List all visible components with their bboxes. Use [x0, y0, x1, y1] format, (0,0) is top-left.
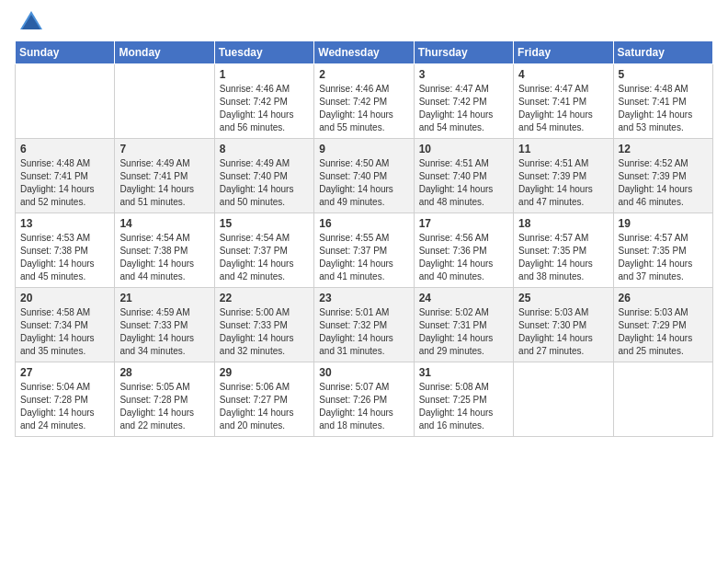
day-info: Sunrise: 5:06 AM Sunset: 7:27 PM Dayligh… [220, 381, 309, 432]
table-row: 30Sunrise: 5:07 AM Sunset: 7:26 PM Dayli… [314, 362, 414, 437]
table-row: 17Sunrise: 4:56 AM Sunset: 7:36 PM Dayli… [414, 213, 513, 288]
calendar-week-row: 13Sunrise: 4:53 AM Sunset: 7:38 PM Dayli… [16, 213, 713, 288]
day-number: 7 [119, 143, 209, 155]
logo-icon [18, 9, 44, 35]
day-info: Sunrise: 4:47 AM Sunset: 7:42 PM Dayligh… [419, 83, 508, 134]
day-info: Sunrise: 5:05 AM Sunset: 7:28 PM Dayligh… [119, 381, 209, 432]
day-info: Sunrise: 4:49 AM Sunset: 7:40 PM Dayligh… [220, 157, 309, 209]
day-info: Sunrise: 4:55 AM Sunset: 7:37 PM Dayligh… [319, 232, 408, 283]
day-number: 11 [518, 143, 608, 155]
calendar-week-row: 20Sunrise: 4:58 AM Sunset: 7:34 PM Dayli… [16, 288, 713, 362]
day-info: Sunrise: 4:52 AM Sunset: 7:39 PM Dayligh… [619, 157, 708, 209]
calendar-table: Sunday Monday Tuesday Wednesday Thursday… [15, 40, 713, 437]
day-number: 4 [518, 68, 608, 81]
day-number: 3 [419, 68, 508, 81]
day-number: 30 [319, 366, 408, 379]
day-number: 24 [419, 292, 508, 304]
day-info: Sunrise: 4:46 AM Sunset: 7:42 PM Dayligh… [220, 83, 309, 134]
table-row: 2Sunrise: 4:46 AM Sunset: 7:42 PM Daylig… [314, 64, 414, 139]
day-info: Sunrise: 4:54 AM Sunset: 7:37 PM Dayligh… [220, 232, 309, 283]
day-number: 18 [518, 217, 608, 230]
table-row: 20Sunrise: 4:58 AM Sunset: 7:34 PM Dayli… [16, 288, 115, 362]
day-info: Sunrise: 4:47 AM Sunset: 7:41 PM Dayligh… [518, 83, 608, 134]
day-number: 15 [220, 217, 309, 230]
table-row: 31Sunrise: 5:08 AM Sunset: 7:25 PM Dayli… [414, 362, 513, 437]
day-number: 2 [319, 68, 408, 81]
table-row: 29Sunrise: 5:06 AM Sunset: 7:27 PM Dayli… [214, 362, 313, 437]
day-number: 25 [518, 292, 608, 304]
day-number: 12 [619, 143, 708, 155]
calendar-week-row: 1Sunrise: 4:46 AM Sunset: 7:42 PM Daylig… [16, 64, 713, 139]
table-row: 6Sunrise: 4:48 AM Sunset: 7:41 PM Daylig… [16, 139, 115, 213]
day-info: Sunrise: 4:49 AM Sunset: 7:41 PM Dayligh… [119, 157, 209, 209]
day-info: Sunrise: 4:46 AM Sunset: 7:42 PM Dayligh… [319, 83, 408, 134]
table-row: 5Sunrise: 4:48 AM Sunset: 7:41 PM Daylig… [613, 64, 712, 139]
table-row: 18Sunrise: 4:57 AM Sunset: 7:35 PM Dayli… [514, 213, 613, 288]
header-saturday: Saturday [613, 41, 712, 64]
table-row: 12Sunrise: 4:52 AM Sunset: 7:39 PM Dayli… [613, 139, 712, 213]
weekday-header-row: Sunday Monday Tuesday Wednesday Thursday… [16, 41, 713, 64]
day-info: Sunrise: 4:50 AM Sunset: 7:40 PM Dayligh… [319, 157, 408, 209]
day-number: 6 [20, 143, 109, 155]
day-number: 14 [119, 217, 209, 230]
table-row: 22Sunrise: 5:00 AM Sunset: 7:33 PM Dayli… [214, 288, 313, 362]
day-number: 8 [220, 143, 309, 155]
calendar-page: Sunday Monday Tuesday Wednesday Thursday… [0, 0, 728, 563]
table-row: 10Sunrise: 4:51 AM Sunset: 7:40 PM Dayli… [414, 139, 513, 213]
day-number: 19 [619, 217, 708, 230]
day-number: 23 [319, 292, 408, 304]
day-number: 21 [119, 292, 209, 304]
table-row: 24Sunrise: 5:02 AM Sunset: 7:31 PM Dayli… [414, 288, 513, 362]
table-row: 15Sunrise: 4:54 AM Sunset: 7:37 PM Dayli… [214, 213, 313, 288]
table-row [115, 64, 214, 139]
header-thursday: Thursday [414, 41, 513, 64]
table-row: 7Sunrise: 4:49 AM Sunset: 7:41 PM Daylig… [115, 139, 214, 213]
day-info: Sunrise: 4:56 AM Sunset: 7:36 PM Dayligh… [419, 232, 508, 283]
day-number: 26 [619, 292, 708, 304]
table-row [613, 362, 712, 437]
table-row: 4Sunrise: 4:47 AM Sunset: 7:41 PM Daylig… [514, 64, 613, 139]
day-info: Sunrise: 5:07 AM Sunset: 7:26 PM Dayligh… [319, 381, 408, 432]
day-number: 13 [20, 217, 109, 230]
day-info: Sunrise: 4:51 AM Sunset: 7:40 PM Dayligh… [419, 157, 508, 209]
header-friday: Friday [514, 41, 613, 64]
day-number: 16 [319, 217, 408, 230]
table-row: 26Sunrise: 5:03 AM Sunset: 7:29 PM Dayli… [613, 288, 712, 362]
day-info: Sunrise: 5:03 AM Sunset: 7:30 PM Dayligh… [518, 306, 608, 358]
table-row: 1Sunrise: 4:46 AM Sunset: 7:42 PM Daylig… [214, 64, 313, 139]
day-info: Sunrise: 4:54 AM Sunset: 7:38 PM Dayligh… [119, 232, 209, 283]
calendar-week-row: 6Sunrise: 4:48 AM Sunset: 7:41 PM Daylig… [16, 139, 713, 213]
day-info: Sunrise: 5:02 AM Sunset: 7:31 PM Dayligh… [419, 306, 508, 358]
day-number: 10 [419, 143, 508, 155]
header-tuesday: Tuesday [214, 41, 313, 64]
table-row: 21Sunrise: 4:59 AM Sunset: 7:33 PM Dayli… [115, 288, 214, 362]
table-row: 27Sunrise: 5:04 AM Sunset: 7:28 PM Dayli… [16, 362, 115, 437]
day-info: Sunrise: 5:01 AM Sunset: 7:32 PM Dayligh… [319, 306, 408, 358]
day-info: Sunrise: 4:48 AM Sunset: 7:41 PM Dayligh… [20, 157, 109, 209]
header-sunday: Sunday [16, 41, 115, 64]
day-info: Sunrise: 5:08 AM Sunset: 7:25 PM Dayligh… [419, 381, 508, 432]
day-info: Sunrise: 5:03 AM Sunset: 7:29 PM Dayligh… [619, 306, 708, 358]
day-info: Sunrise: 4:48 AM Sunset: 7:41 PM Dayligh… [619, 83, 708, 134]
day-info: Sunrise: 5:04 AM Sunset: 7:28 PM Dayligh… [20, 381, 109, 432]
table-row [16, 64, 115, 139]
day-info: Sunrise: 4:58 AM Sunset: 7:34 PM Dayligh… [20, 306, 109, 358]
table-row: 28Sunrise: 5:05 AM Sunset: 7:28 PM Dayli… [115, 362, 214, 437]
table-row: 9Sunrise: 4:50 AM Sunset: 7:40 PM Daylig… [314, 139, 414, 213]
table-row [514, 362, 613, 437]
day-number: 29 [220, 366, 309, 379]
day-number: 20 [20, 292, 109, 304]
header-wednesday: Wednesday [314, 41, 414, 64]
day-info: Sunrise: 4:57 AM Sunset: 7:35 PM Dayligh… [619, 232, 708, 283]
day-info: Sunrise: 4:59 AM Sunset: 7:33 PM Dayligh… [119, 306, 209, 358]
table-row: 3Sunrise: 4:47 AM Sunset: 7:42 PM Daylig… [414, 64, 513, 139]
header-monday: Monday [115, 41, 214, 64]
day-number: 27 [20, 366, 109, 379]
day-number: 9 [319, 143, 408, 155]
day-number: 1 [220, 68, 309, 81]
table-row: 25Sunrise: 5:03 AM Sunset: 7:30 PM Dayli… [514, 288, 613, 362]
header [15, 9, 713, 35]
table-row: 19Sunrise: 4:57 AM Sunset: 7:35 PM Dayli… [613, 213, 712, 288]
logo [15, 9, 44, 35]
day-info: Sunrise: 4:57 AM Sunset: 7:35 PM Dayligh… [518, 232, 608, 283]
